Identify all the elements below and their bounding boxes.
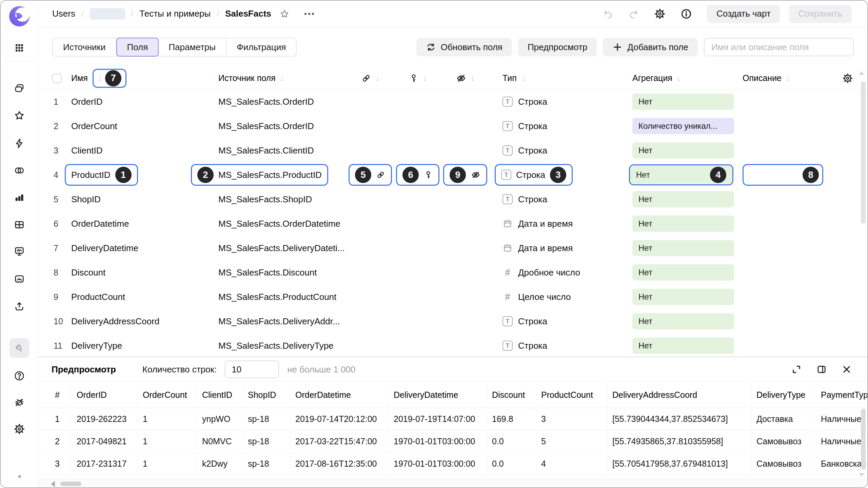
create-chart-button[interactable]: Создать чарт [707, 5, 780, 23]
split-view-icon[interactable] [816, 364, 827, 374]
sort-arrow-icon[interactable]: ↓ [98, 73, 102, 83]
row-count-input[interactable] [225, 361, 279, 378]
favorite-star-icon[interactable] [279, 9, 290, 19]
field-source[interactable]: 2 MS_SalesFacts.ProductID [191, 164, 347, 186]
header-aggregation[interactable]: Агрегация↓ [626, 73, 740, 83]
scrollbar-up-arrow[interactable] [859, 71, 864, 75]
tab-parameters[interactable]: Параметры [158, 38, 226, 56]
sidebar-collapse-button[interactable] [9, 470, 29, 483]
sidebar-item-charts[interactable] [9, 188, 29, 207]
field-type[interactable]: T Строка [489, 121, 626, 131]
sidebar-item-collections[interactable] [9, 79, 29, 98]
field-type[interactable]: Дата и время [489, 243, 626, 253]
scrollbar-down-arrow[interactable] [859, 473, 864, 477]
sort-arrow-icon[interactable]: ↓ [471, 73, 475, 83]
field-aggregation[interactable]: Нет [626, 216, 740, 232]
settings-gear-icon[interactable] [654, 8, 666, 20]
field-name[interactable]: ProductID 1 [71, 164, 191, 186]
info-icon[interactable] [680, 8, 692, 20]
field-name[interactable]: OrderCount [71, 121, 191, 131]
field-aggregation[interactable]: Нет [626, 289, 740, 305]
more-menu-icon[interactable] [304, 13, 314, 15]
field-aggregation[interactable]: Нет [626, 338, 740, 354]
field-type[interactable]: T Строка 3 [489, 164, 626, 186]
expand-icon[interactable] [791, 364, 802, 374]
field-hidden[interactable]: 9 [441, 164, 489, 186]
field-description[interactable]: 8 [740, 164, 828, 186]
sidebar-item-debug[interactable] [9, 392, 29, 412]
horizontal-scrollbar[interactable] [60, 482, 81, 486]
field-name[interactable]: DeliveryType [71, 341, 191, 351]
field-search-input[interactable] [704, 38, 854, 56]
field-link[interactable]: 5 [347, 164, 394, 186]
field-source[interactable]: MS_SalesFacts.ShopID [191, 194, 347, 205]
field-aggregation[interactable]: Нет [626, 240, 740, 256]
sort-arrow-icon[interactable]: ↓ [676, 73, 681, 83]
field-source[interactable]: MS_SalesFacts.OrderID [191, 97, 347, 107]
field-aggregation[interactable]: Нет [626, 142, 740, 159]
header-name[interactable]: Имя ↓ 7 [71, 69, 191, 88]
field-aggregation[interactable]: Количество уникал... [626, 118, 740, 134]
field-type[interactable]: # Дробное число [489, 267, 626, 278]
add-field-button[interactable]: Добавить поле [603, 38, 698, 56]
field-type[interactable]: T Строка [489, 316, 626, 327]
header-type[interactable]: Тип↓ [489, 73, 626, 83]
field-source[interactable]: MS_SalesFacts.ClientID [191, 145, 347, 156]
field-type[interactable]: # Целое число [489, 291, 626, 302]
field-type[interactable]: T Строка [489, 341, 626, 351]
header-link[interactable]: ↓ [347, 73, 394, 83]
field-aggregation[interactable]: Нет [626, 94, 740, 110]
sort-arrow-icon[interactable]: ↓ [786, 73, 790, 83]
sort-arrow-icon[interactable]: ↓ [522, 73, 527, 83]
sidebar-item-favorites[interactable] [9, 106, 29, 125]
sidebar-item-quick-actions[interactable] [9, 134, 29, 153]
field-source[interactable]: MS_SalesFacts.ProductCount [191, 292, 347, 302]
header-key[interactable]: ↓ [394, 73, 441, 83]
field-type[interactable]: Дата и время [489, 219, 626, 229]
sort-arrow-icon[interactable]: ↓ [280, 73, 284, 83]
undo-icon[interactable] [603, 8, 613, 19]
field-aggregation[interactable]: Нет [626, 264, 740, 281]
tab-sources[interactable]: Источники [53, 38, 117, 56]
refresh-fields-button[interactable]: Обновить поля [416, 38, 512, 56]
field-type[interactable]: T Строка [489, 194, 626, 205]
apps-grid-icon[interactable] [9, 38, 29, 58]
field-name[interactable]: DeliveryAddressCoord [71, 316, 191, 327]
field-name[interactable]: OrderID [71, 97, 191, 107]
breadcrumb-masked-item[interactable] [90, 8, 125, 20]
sidebar-item-connections[interactable] [9, 338, 29, 358]
select-all-checkbox[interactable] [52, 74, 62, 83]
field-aggregation[interactable]: Нет 4 [626, 164, 740, 185]
tab-fields[interactable]: Поля [116, 38, 159, 57]
field-source[interactable]: MS_SalesFacts.OrderID [191, 121, 347, 131]
preview-vertical-scrollbar[interactable] [861, 409, 866, 470]
sidebar-item-editor[interactable] [9, 241, 29, 261]
sort-arrow-icon[interactable]: ↓ [375, 73, 380, 83]
vertical-scrollbar[interactable] [861, 81, 866, 224]
scrollbar-left-arrow[interactable] [51, 481, 55, 487]
header-source[interactable]: Источник поля↓ [191, 73, 347, 83]
field-name[interactable]: ShopID [71, 194, 191, 205]
close-icon[interactable] [842, 364, 852, 374]
field-name[interactable]: Discount [71, 267, 191, 278]
field-source[interactable]: MS_SalesFacts.DeliveryAddr... [191, 316, 347, 327]
header-hidden[interactable]: ↓ [441, 73, 489, 84]
sort-arrow-icon[interactable]: ↓ [423, 73, 427, 83]
breadcrumb-folder[interactable]: Тесты и примеры [139, 8, 211, 19]
save-button[interactable]: Сохранить [789, 5, 852, 23]
field-name[interactable]: OrderDatetime [71, 219, 191, 229]
sidebar-item-dashboards[interactable] [9, 215, 29, 235]
field-name[interactable]: ProductCount [71, 292, 191, 302]
field-source[interactable]: MS_SalesFacts.OrderDatetime [191, 219, 347, 229]
redo-icon[interactable] [628, 8, 639, 19]
sidebar-item-upload[interactable] [9, 296, 29, 316]
sidebar-item-help[interactable] [9, 366, 29, 386]
datalens-logo-icon[interactable] [8, 5, 30, 27]
field-source[interactable]: MS_SalesFacts.Discount [191, 267, 347, 278]
preview-button[interactable]: Предпросмотр [518, 38, 597, 56]
sidebar-item-settings[interactable] [9, 419, 29, 439]
field-key[interactable]: 6 [394, 164, 441, 186]
field-type[interactable]: T Строка [489, 145, 626, 156]
field-name[interactable]: ClientID [71, 145, 191, 156]
sidebar-item-relations[interactable] [9, 161, 29, 180]
